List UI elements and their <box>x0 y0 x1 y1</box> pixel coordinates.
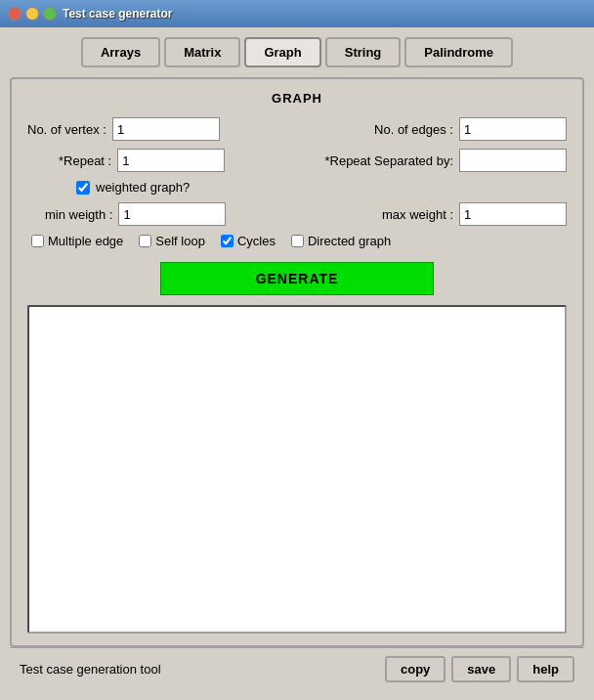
footer-label: Test case generation tool <box>20 662 161 677</box>
weighted-graph-row: weighted graph? <box>76 180 567 195</box>
edges-input[interactable] <box>459 117 567 141</box>
directed-graph-label[interactable]: Directed graph <box>308 234 391 248</box>
window-controls[interactable] <box>8 7 57 21</box>
tab-arrays[interactable]: Arrays <box>81 37 160 67</box>
self-loop-label[interactable]: Self loop <box>155 234 205 248</box>
generate-button[interactable]: GENERATE <box>160 262 434 295</box>
directed-graph-checkbox[interactable] <box>291 235 304 247</box>
tab-palindrome[interactable]: Palindrome <box>404 37 513 67</box>
self-loop-checkbox[interactable] <box>139 235 151 247</box>
weight-row: min weigth : max weight : <box>27 202 567 226</box>
output-area <box>27 305 567 634</box>
panel-title: GRAPH <box>27 91 567 106</box>
close-button[interactable] <box>8 7 21 21</box>
cycles-label[interactable]: Cycles <box>237 234 276 248</box>
min-weight-label: min weigth : <box>45 207 112 222</box>
edges-label: No. of edges : <box>374 122 453 137</box>
tab-string[interactable]: String <box>325 37 402 67</box>
repeat-sep-input[interactable] <box>459 149 567 172</box>
window-title: Test case generator <box>63 7 173 21</box>
main-content: Arrays Matrix Graph String Palindrome GR… <box>0 27 594 700</box>
directed-graph-item: Directed graph <box>291 234 391 248</box>
max-weight-input[interactable] <box>459 202 567 226</box>
max-weight-label: max weight : <box>382 207 453 222</box>
multiple-edge-checkbox[interactable] <box>31 235 44 247</box>
vertex-input[interactable] <box>112 117 220 141</box>
vertex-label: No. of vertex : <box>27 122 106 137</box>
footer-buttons: copy save help <box>385 656 574 682</box>
repeat-row: *Repeat : *Repeat Separated by: <box>27 149 567 172</box>
self-loop-item: Self loop <box>139 234 205 248</box>
repeat-label: *Repeat : <box>59 153 111 168</box>
tab-matrix[interactable]: Matrix <box>164 37 240 67</box>
min-weight-input[interactable] <box>118 202 226 226</box>
tab-bar: Arrays Matrix Graph String Palindrome <box>10 37 584 67</box>
weighted-graph-label[interactable]: weighted graph? <box>96 180 190 195</box>
repeat-input[interactable] <box>117 149 225 172</box>
help-button[interactable]: help <box>517 656 574 682</box>
weighted-graph-checkbox[interactable] <box>76 181 90 195</box>
repeat-sep-label: *Repeat Separated by: <box>324 153 453 168</box>
options-checkboxes: Multiple edge Self loop Cycles Directed … <box>31 234 567 248</box>
cycles-item: Cycles <box>221 234 276 248</box>
save-button[interactable]: save <box>451 656 511 682</box>
copy-button[interactable]: copy <box>385 656 446 682</box>
graph-panel: GRAPH No. of vertex : No. of edges : *Re… <box>10 77 584 647</box>
multiple-edge-item: Multiple edge <box>31 234 123 248</box>
bottom-bar: Test case generation tool copy save help <box>10 647 584 690</box>
title-bar: Test case generator <box>0 0 594 27</box>
maximize-button[interactable] <box>43 7 57 21</box>
tab-graph[interactable]: Graph <box>244 37 320 67</box>
minimize-button[interactable] <box>25 7 39 21</box>
cycles-checkbox[interactable] <box>221 235 233 247</box>
vertex-edges-row: No. of vertex : No. of edges : <box>27 117 567 141</box>
multiple-edge-label[interactable]: Multiple edge <box>48 234 123 248</box>
